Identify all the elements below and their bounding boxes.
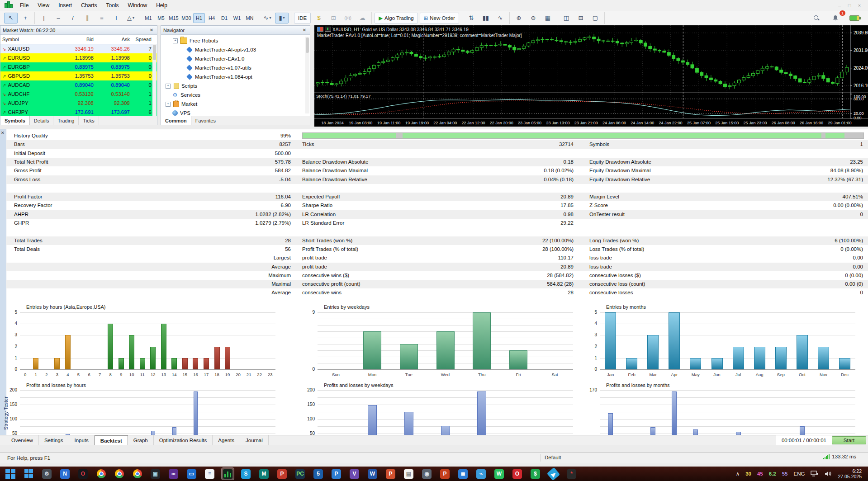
taskbar-powerpoint-icon[interactable]: P [384, 468, 397, 480]
timeframe-h4-button[interactable]: H4 [206, 13, 218, 23]
tab-ticks[interactable]: Ticks [79, 116, 99, 125]
tester-tab-backtest[interactable]: Backtest [95, 435, 128, 445]
timeframe-w1-button[interactable]: W1 [231, 13, 243, 23]
menu-file[interactable]: File [15, 1, 33, 10]
taskbar-news-icon[interactable]: N [59, 468, 71, 480]
tile-horizontal-icon[interactable]: ⊟ [574, 13, 588, 24]
tester-tab-journal[interactable]: Journal [240, 435, 269, 445]
navigator-item-free-robots[interactable]: +Free Robots [161, 36, 310, 45]
taskbar-opera-gx-icon[interactable]: O [77, 468, 89, 480]
expand-icon[interactable]: + [173, 38, 178, 43]
tab-symbols[interactable]: Symbols [0, 116, 30, 125]
depth-of-market-icon[interactable] [317, 27, 323, 32]
taskbar-chrome-profile-3-icon[interactable] [131, 468, 143, 480]
menu-view[interactable]: View [33, 1, 54, 10]
taskbar-notes-doc-icon[interactable]: ▤ [403, 468, 415, 480]
taskbar-whatsapp-icon[interactable]: W [493, 468, 505, 480]
column-header-spread[interactable]: Spread [133, 37, 155, 42]
timeframe-m15-button[interactable]: M15 [168, 13, 180, 23]
tester-tab-optimization-results[interactable]: Optimization Results [154, 435, 213, 445]
menu-tools[interactable]: Tools [102, 1, 123, 10]
navigator-item-scripts[interactable]: +Scripts [161, 81, 310, 90]
taskbar-postbox-icon[interactable]: P [330, 468, 342, 480]
network-icon[interactable] [811, 471, 819, 477]
tester-tab-agents[interactable]: Agents [213, 435, 240, 445]
new-order-button[interactable]: ⊞New Order [420, 13, 459, 24]
tester-tab-overview[interactable]: Overview [6, 435, 39, 445]
menu-charts[interactable]: Charts [76, 1, 101, 10]
taskbar-violet-app-icon[interactable]: V [348, 468, 360, 480]
market-watch-row-gbpusd[interactable]: ↗GBPUSD1.357531.357530 [0, 71, 157, 80]
candlestick-chart[interactable]: 18 Jan 202419 Jan 03:0019 Jan 11:0019 Ja… [314, 25, 868, 127]
taskbar-metatrader5-icon[interactable] [222, 468, 234, 480]
maximize-icon[interactable]: □ [845, 3, 854, 8]
tray-stat-1[interactable]: 30 [745, 471, 751, 476]
navigator-item-markettrader-ai-opt-v1-03[interactable]: MarketTrader-AI-opt-v1.03 [161, 45, 310, 54]
text-icon[interactable]: T [109, 13, 123, 24]
taskbar-skype-icon[interactable]: S [240, 468, 252, 480]
market-watch-row-eurgbp[interactable]: ↗EURGBP0.839750.839750 [0, 62, 157, 71]
column-header-bid[interactable]: Bid [56, 37, 96, 42]
column-header-ask[interactable]: Ask [96, 37, 133, 42]
taskbar-settings-icon[interactable]: ⚙ [41, 468, 53, 480]
metaeditor-ide-button[interactable]: IDE [294, 13, 311, 24]
tester-tab-inputs[interactable]: Inputs [69, 435, 95, 445]
column-header-symbol[interactable]: Symbol [0, 37, 56, 42]
taskbar-wallet-icon[interactable]: $ [529, 468, 541, 480]
market-watch-row-audcad[interactable]: ↗AUDCAD0.890400.890400 [0, 80, 157, 90]
status-connection[interactable]: 133.32 ms [823, 454, 856, 459]
vertical-line-icon[interactable]: | [37, 13, 51, 24]
expand-icon[interactable]: + [166, 84, 171, 89]
taskbar-notepad-icon[interactable]: ≡ [204, 468, 216, 480]
chart-type-candles-icon[interactable]: ▮▾ [275, 13, 289, 24]
padlock-icon[interactable]: ⊡ [327, 13, 340, 24]
navigator-item-markettrader-v1-07-utils[interactable]: MarketTrader-v1.07-utils [161, 63, 310, 72]
speaker-icon[interactable] [825, 471, 832, 477]
grid-icon[interactable]: ▦ [541, 13, 555, 24]
taskbar-monitor-app-icon[interactable]: ▭ [185, 468, 198, 480]
market-watch-row-audjpy[interactable]: ↘AUDJPY92.30892.3091 [0, 99, 157, 108]
algo-trading-button[interactable]: ▶Algo Trading [375, 13, 417, 24]
equity-curve-icon[interactable]: ∿ [493, 13, 507, 24]
deposit-dollar-icon[interactable]: $ [312, 13, 326, 24]
taskbar-pycharm-icon[interactable]: PC [294, 468, 306, 480]
tray-chevron-icon[interactable]: ∧ [736, 471, 740, 477]
market-watch-row-audchf[interactable]: ↘AUDCHF0.531390.531401 [0, 90, 157, 99]
taskbar-stocks-app-icon[interactable]: M [258, 468, 270, 480]
indicators-icon[interactable]: ∿▾ [261, 13, 274, 24]
tester-tab-graph[interactable]: Graph [128, 435, 154, 445]
broadcast-icon[interactable]: ((•)) [341, 13, 355, 24]
start-button[interactable] [5, 468, 16, 480]
market-watch-row-xauusd[interactable]: ↘XAUUSD3346.193346.267 [0, 44, 157, 53]
taskbar-parallels-icon[interactable]: P [276, 468, 288, 480]
taskbar-visual-studio-icon[interactable]: ∞ [167, 468, 180, 480]
tab-common[interactable]: Common [161, 116, 191, 125]
notifications-bell-icon[interactable]: 1 [829, 13, 842, 24]
taskbar-chrome-profile-2-icon[interactable] [113, 468, 125, 480]
tester-visualize-icon[interactable]: ▮▮ [479, 13, 493, 24]
taskbar-windows-start-icon[interactable] [23, 468, 35, 480]
status-profile[interactable]: Default [541, 454, 612, 462]
close-icon[interactable]: ✕ [148, 28, 155, 33]
horizontal-line-icon[interactable]: ‒ [52, 13, 65, 24]
tester-tab-settings[interactable]: Settings [39, 435, 69, 445]
shapes-icon[interactable]: △▾ [124, 13, 138, 24]
zoom-in-icon[interactable]: ⊕ [512, 13, 526, 24]
fibonacci-icon[interactable]: ≡ [95, 13, 109, 24]
navigator-scrollbar[interactable] [305, 37, 309, 113]
timeframe-d1-button[interactable]: D1 [218, 13, 230, 23]
search-icon[interactable] [810, 13, 823, 24]
navigator-item-markettrader-v1-084-opt[interactable]: MarketTrader-v1.084-opt [161, 72, 310, 81]
trendline-icon[interactable]: / [66, 13, 80, 24]
tray-stat-2[interactable]: 45 [757, 471, 763, 476]
timeframe-h1-button[interactable]: H1 [193, 13, 205, 23]
timeframe-mn-button[interactable]: MN [244, 13, 256, 23]
taskbar-mt5-web-icon[interactable]: 5 [312, 468, 324, 480]
timeframe-m30-button[interactable]: M30 [180, 13, 192, 23]
taskbar-security-alert-icon[interactable]: * [565, 468, 578, 480]
taskbar-word-icon[interactable]: W [366, 468, 379, 480]
taskbar-telegram-icon[interactable]: ▶ [547, 468, 560, 480]
taskbar-docs-blue-icon[interactable]: ≣ [457, 468, 469, 480]
close-icon[interactable]: ✕ [301, 28, 308, 33]
tab-favorites[interactable]: Favorites [191, 116, 220, 125]
